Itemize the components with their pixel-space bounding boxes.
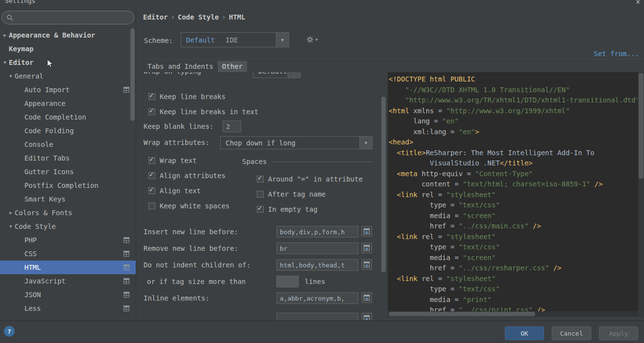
- chevron-right-icon[interactable]: ▶: [2, 28, 8, 42]
- checkbox-icon: [148, 187, 155, 194]
- keep-line-breaks-in-text-checkbox[interactable]: Keep line breaks in text: [148, 106, 258, 118]
- chevron-down-icon[interactable]: ▼: [276, 33, 289, 47]
- code-line: <link rel = "stylesheet": [389, 274, 638, 284]
- dont-indent-input[interactable]: [276, 259, 358, 271]
- sidebar-item-postfix-completion[interactable]: Postfix Completion: [0, 179, 136, 192]
- insert-new-line-input[interactable]: [276, 226, 358, 238]
- scheme-select[interactable]: Default IDE ▼: [181, 32, 289, 47]
- sidebar-item-auto-import[interactable]: Auto Import: [0, 83, 136, 97]
- remove-new-line-input[interactable]: [276, 242, 358, 254]
- code-line: VisualStudio .NET</title>: [389, 158, 638, 169]
- code-line: <title>ReSharper: The Most Intelligent A…: [389, 148, 638, 159]
- around-equals-checkbox[interactable]: Around "=" in attribute: [257, 173, 363, 185]
- insert-new-line-expand-button[interactable]: [361, 226, 372, 237]
- sidebar-item-php[interactable]: PHP: [0, 233, 136, 247]
- wrap-attributes-select[interactable]: Chop down if long ▼: [220, 136, 373, 149]
- sidebar-item-json[interactable]: JSON: [0, 288, 136, 302]
- code-line: href = "../css/resharper.css" />: [389, 263, 638, 274]
- scheme-label: Scheme:: [144, 37, 173, 44]
- sidebar-item-css[interactable]: CSS: [0, 247, 136, 261]
- keep-white-spaces-checkbox[interactable]: Keep white spaces: [148, 200, 229, 212]
- spaces-group-header: Spaces: [242, 156, 373, 167]
- inline-elements-expand-button[interactable]: [361, 292, 372, 303]
- insert-new-line-label: Insert new line before:: [144, 228, 238, 236]
- sidebar-item-label: Code Completion: [24, 113, 86, 121]
- dont-indent-row: Do not indent children of:: [144, 259, 250, 271]
- set-from-link[interactable]: Set from...: [594, 50, 639, 58]
- sidebar-item-label: Console: [24, 141, 53, 148]
- close-icon[interactable]: ×: [636, 0, 640, 6]
- code-line: "http://www.w3.org/TR/xhtml1/DTD/xhtml1-…: [389, 95, 638, 106]
- wrap-on-typing-select[interactable]: Default ▼: [253, 72, 301, 78]
- sidebar-item-editor[interactable]: ▼Editor: [0, 56, 136, 69]
- inline-elements-input[interactable]: [276, 292, 358, 304]
- edit-list-icon: [363, 261, 371, 268]
- sidebar-item-label: JSON: [24, 291, 41, 299]
- settings-panel-scrollbar[interactable]: [381, 97, 386, 272]
- clipped-row-expand-button[interactable]: [361, 313, 372, 320]
- edit-list-icon: [363, 244, 371, 252]
- sidebar-item-code-folding[interactable]: Code Folding: [0, 124, 136, 138]
- insert-new-line-row: Insert new line before:: [144, 226, 238, 238]
- chevron-down-icon[interactable]: ▼: [359, 137, 372, 149]
- sidebar-item-colors-fonts[interactable]: ▶Colors & Fonts: [0, 206, 136, 220]
- checkbox-label: Align text: [160, 187, 201, 195]
- chevron-right-icon[interactable]: ▶: [8, 206, 14, 220]
- in-empty-tag-checkbox[interactable]: In empty tag: [257, 203, 317, 215]
- remove-new-line-expand-button[interactable]: [361, 242, 372, 253]
- align-attributes-checkbox[interactable]: Align attributes: [148, 170, 226, 182]
- checkbox-icon: [148, 108, 155, 115]
- clipped-row-input[interactable]: [276, 313, 358, 320]
- keep-blank-lines-row: Keep blank lines:: [144, 121, 213, 132]
- code-line: "-//W3C//DTD XHTML 1.0 Transitional//EN": [389, 85, 638, 96]
- sidebar-item-html[interactable]: HTML: [0, 261, 136, 274]
- sidebar-item-general[interactable]: ▼General: [0, 69, 136, 83]
- sidebar-scrollbar[interactable]: [130, 28, 135, 121]
- chevron-down-icon[interactable]: ▼: [8, 69, 14, 83]
- preview-horizontal-scrollbar[interactable]: [388, 311, 638, 317]
- sidebar-item-console[interactable]: Console: [0, 138, 136, 151]
- ok-button[interactable]: OK: [505, 326, 544, 340]
- sidebar-item-appearance-behavior[interactable]: ▶Appearance & Behavior: [0, 28, 136, 42]
- sidebar-item-appearance[interactable]: Appearance: [0, 97, 136, 110]
- sidebar-item-keymap[interactable]: Keymap: [0, 42, 136, 56]
- keep-line-breaks-checkbox[interactable]: Keep line breaks: [148, 91, 226, 102]
- sidebar-item-code-completion[interactable]: Code Completion: [0, 110, 136, 124]
- sidebar-item-code-style[interactable]: ▼Code Style: [0, 220, 136, 233]
- inline-elements-row: Inline elements:: [144, 292, 209, 304]
- chevron-down-icon[interactable]: ▼: [288, 72, 300, 78]
- edit-list-icon: [363, 227, 371, 235]
- help-button[interactable]: ?: [4, 326, 15, 337]
- checkbox-icon: [148, 157, 155, 164]
- scrollbar-thumb[interactable]: [389, 312, 535, 316]
- tag-size-input[interactable]: [276, 276, 299, 287]
- sidebar-item-less[interactable]: Less: [0, 302, 136, 315]
- tab-other[interactable]: Other: [218, 61, 247, 72]
- sidebar-item-editor-tabs[interactable]: Editor Tabs: [0, 151, 136, 165]
- code-line: <link rel = "stylesheet": [389, 190, 638, 201]
- scheme-value: Default: [186, 36, 215, 44]
- tag-size-suffix: lines: [305, 278, 325, 285]
- tab-tabs-and-indents[interactable]: Tabs and Indents: [143, 61, 218, 72]
- align-text-checkbox[interactable]: Align text: [148, 185, 201, 197]
- search-input[interactable]: [1, 11, 134, 24]
- cancel-button[interactable]: Cancel: [552, 326, 591, 340]
- wrap-attributes-value: Chop down if long: [221, 137, 359, 149]
- sidebar-item-javascript[interactable]: JavaScript: [0, 274, 136, 288]
- keep-blank-lines-input[interactable]: [223, 121, 241, 132]
- sidebar: ▶Appearance & BehaviorKeymap▼Editor▼Gene…: [0, 7, 136, 321]
- scheme-actions-button[interactable]: ▼: [306, 36, 318, 43]
- preview-vertical-scrollbar[interactable]: [638, 72, 644, 317]
- breadcrumb-separator: ›: [168, 13, 178, 21]
- sidebar-item-gutter-icons[interactable]: Gutter Icons: [0, 165, 136, 179]
- after-tag-name-checkbox[interactable]: After tag name: [257, 188, 326, 200]
- settings-tree: ▶Appearance & BehaviorKeymap▼Editor▼Gene…: [0, 28, 136, 321]
- sidebar-item-label: JavaScript: [24, 277, 65, 285]
- wrap-text-checkbox[interactable]: Wrap text: [148, 155, 197, 166]
- apply-button[interactable]: Apply: [599, 326, 638, 340]
- dont-indent-expand-button[interactable]: [361, 259, 372, 270]
- sidebar-item-smart-keys[interactable]: Smart Keys: [0, 192, 136, 206]
- chevron-down-icon[interactable]: ▼: [2, 56, 8, 69]
- scrollbar-thumb[interactable]: [639, 73, 644, 179]
- chevron-down-icon[interactable]: ▼: [8, 220, 14, 233]
